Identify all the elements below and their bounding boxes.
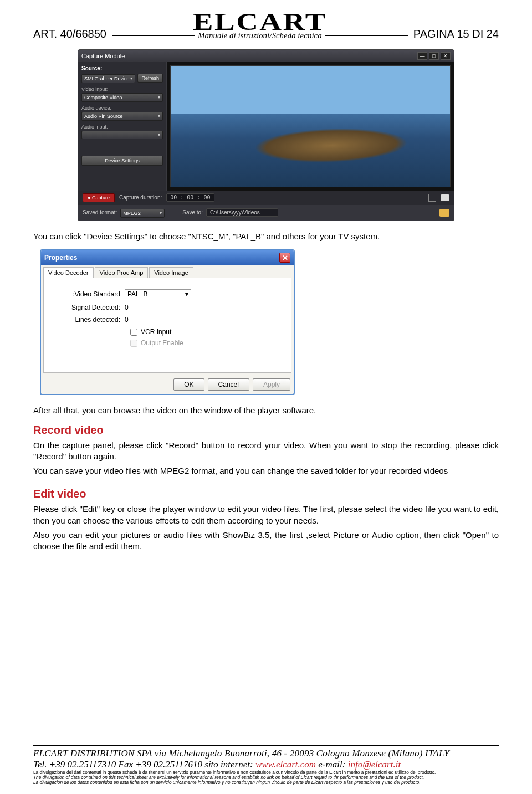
tab-video-image[interactable]: Video Image xyxy=(149,267,193,278)
save-to-label: Save to: xyxy=(182,209,203,216)
video-standard-select[interactable]: PAL_B▾ xyxy=(125,289,191,299)
output-enable-checkbox: Output Enable xyxy=(53,339,282,347)
page-number: PAGINA 15 DI 24 xyxy=(408,28,499,40)
saved-format-label: Saved format: xyxy=(83,209,117,216)
dialog-close-icon[interactable]: ✕ xyxy=(279,253,290,263)
source-label: Source: xyxy=(81,65,163,71)
chevron-down-icon: ▾ xyxy=(158,132,160,137)
capture-toolbar: ● Capture Capture duration: 00 : 00 : 00 xyxy=(78,191,454,205)
dialog-tab-body: :Video Standard PAL_B▾ Signal Detected: … xyxy=(43,278,291,373)
signal-detected-label: Signal Detected: xyxy=(53,304,125,311)
audio-device-label: Audio device: xyxy=(81,105,163,111)
duration-label: Capture duration: xyxy=(119,194,162,201)
capture-module-window: Capture Module — □ ✕ Source: SMI Grabber… xyxy=(78,49,454,221)
ok-button[interactable]: OK xyxy=(173,378,204,391)
page-header: ART. 40/66850 ELCART Manuale di istruzio… xyxy=(33,11,499,40)
maximize-icon[interactable]: □ xyxy=(429,52,439,60)
vcr-input-checkbox[interactable]: VCR Input xyxy=(53,328,282,336)
chevron-down-icon: ▾ xyxy=(130,76,132,81)
audio-device-select[interactable]: Audio Pin Source▾ xyxy=(81,112,163,121)
record-paragraph-1: On the capture panel, please click "Reco… xyxy=(33,440,499,463)
tab-video-proc-amp[interactable]: Video Proc Amp xyxy=(95,267,149,278)
dialog-tabs: Video Decoder Video Proc Amp Video Image xyxy=(41,265,294,278)
window-title: Capture Module xyxy=(81,53,416,59)
chevron-down-icon: ▾ xyxy=(185,290,188,298)
record-video-heading: Record video xyxy=(33,424,499,437)
instruction-text-1: You can click "Device Settings" to choos… xyxy=(33,231,499,242)
lines-detected-value: 0 xyxy=(125,316,129,324)
checkbox-icon[interactable] xyxy=(130,329,137,336)
refresh-button[interactable]: Refresh xyxy=(137,74,163,83)
dialog-button-row: OK Cancel Apply xyxy=(41,375,294,394)
snapshot-icon[interactable] xyxy=(441,194,449,201)
instruction-text-2: After all that, you can browse the video… xyxy=(33,405,499,416)
minimize-icon[interactable]: — xyxy=(417,52,427,60)
edit-video-heading: Edit video xyxy=(33,488,499,500)
video-standard-label: :Video Standard xyxy=(53,290,125,298)
video-input-select[interactable]: Composite Video▾ xyxy=(81,93,163,102)
capture-button[interactable]: ● Capture xyxy=(83,193,115,202)
saved-format-select[interactable]: MPEG2▾ xyxy=(120,209,165,218)
footer-website: www.elcart.com xyxy=(255,759,316,770)
rule-left xyxy=(112,35,195,36)
footer-contacts: Tel. +39 02.25117310 Fax +39 02.25117610… xyxy=(33,759,499,770)
fullscreen-icon[interactable] xyxy=(428,194,436,202)
duration-value: 00 : 00 : 00 xyxy=(166,193,214,202)
close-icon[interactable]: ✕ xyxy=(441,52,451,60)
source-select[interactable]: SMI Grabber Device▾ xyxy=(81,74,135,83)
apply-button: Apply xyxy=(253,378,290,391)
dialog-titlebar: Properties ✕ xyxy=(41,250,294,265)
signal-detected-value: 0 xyxy=(125,304,129,311)
dialog-title: Properties xyxy=(44,254,279,262)
video-preview xyxy=(170,65,451,187)
capture-bottom-toolbar: Saved format: MPEG2▾ Save to: C:\Users\y… xyxy=(78,205,454,221)
audio-input-label: Audio input: xyxy=(81,124,163,130)
chevron-down-icon: ▾ xyxy=(158,95,160,100)
disclaimer-es: La divulgacion de los datos contenidos e… xyxy=(33,780,499,785)
preview-pane xyxy=(167,62,454,191)
logo: ELCART xyxy=(193,11,327,33)
tab-video-decoder[interactable]: Video Decoder xyxy=(43,267,94,278)
audio-input-select[interactable]: ▾ xyxy=(81,131,163,139)
properties-dialog: Properties ✕ Video Decoder Video Proc Am… xyxy=(40,249,295,395)
footer-email: info@elcart.it xyxy=(348,759,401,770)
footer-address: ELCART DISTRIBUTION SPA via Michelangelo… xyxy=(33,748,499,759)
video-input-label: Video input: xyxy=(81,86,163,92)
edit-paragraph-1: Please click "Edit" key or close the pla… xyxy=(33,504,499,526)
capture-sidebar: Source: SMI Grabber Device▾ Refresh Vide… xyxy=(78,62,167,191)
save-to-path: C:\Users\yyy\Videos xyxy=(206,208,278,217)
checkbox-icon xyxy=(130,340,137,347)
cancel-button[interactable]: Cancel xyxy=(208,378,249,391)
rule-right xyxy=(325,35,408,36)
chevron-down-icon: ▾ xyxy=(160,211,162,216)
preview-landscape xyxy=(254,126,408,165)
page-footer: ELCART DISTRIBUTION SPA via Michelangelo… xyxy=(33,743,499,785)
lines-detected-label: Lines detected: xyxy=(53,316,125,324)
window-titlebar: Capture Module — □ ✕ xyxy=(78,50,454,62)
chevron-down-icon: ▾ xyxy=(158,114,160,119)
folder-icon[interactable] xyxy=(439,209,449,217)
edit-paragraph-2: Also you can edit your pictures or audio… xyxy=(33,530,499,552)
device-settings-button[interactable]: Device Settings xyxy=(81,156,163,166)
record-paragraph-2: You can save your video files with MPEG2… xyxy=(33,465,499,477)
art-code: ART. 40/66850 xyxy=(33,28,112,40)
